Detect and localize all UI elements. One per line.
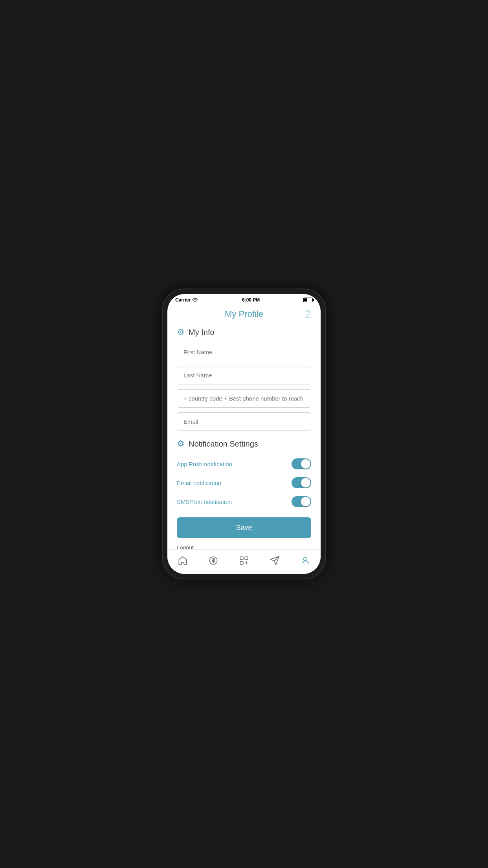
phone-input[interactable] — [177, 389, 311, 408]
sms-notification-toggle[interactable] — [292, 496, 311, 507]
email-input[interactable] — [177, 412, 311, 431]
my-info-section-header: ⚙ My Info — [177, 327, 311, 337]
nav-money[interactable] — [205, 554, 222, 568]
battery-icon — [303, 298, 313, 302]
exchange-icon — [238, 555, 250, 566]
carrier-text: Carrier — [175, 297, 191, 303]
push-notification-label: App Push notification — [177, 461, 232, 467]
profile-icon — [300, 555, 311, 566]
email-notification-label: Email notification — [177, 480, 221, 486]
email-notification-item: Email notification — [177, 473, 311, 492]
my-info-title: My Info — [189, 328, 215, 337]
money-icon — [208, 555, 219, 566]
wifi-icon — [192, 298, 198, 302]
status-bar: Carrier 6:00 PM — [167, 294, 321, 304]
save-button[interactable]: Save — [177, 517, 311, 538]
send-icon — [269, 555, 280, 566]
email-notification-toggle[interactable] — [292, 477, 311, 488]
push-notification-item: App Push notification — [177, 454, 311, 473]
notification-section: ⚙ Notification Settings App Push notific… — [177, 439, 311, 511]
email-toggle-knob — [301, 478, 310, 487]
page-header: My Profile 2 — [177, 304, 311, 326]
nav-exchange[interactable] — [235, 554, 253, 568]
svg-point-5 — [304, 557, 307, 561]
home-icon — [177, 555, 188, 566]
sms-notification-item: SMS/Text notification — [177, 492, 311, 511]
svg-point-0 — [195, 302, 196, 302]
logout-link[interactable]: Logout — [177, 543, 311, 549]
status-time: 6:00 PM — [242, 297, 260, 303]
last-name-input[interactable] — [177, 366, 311, 384]
my-info-gear-icon: ⚙ — [177, 327, 185, 337]
svg-rect-4 — [240, 561, 243, 565]
main-content: My Profile 2 ⚙ My Info ⚙ Notification Se… — [167, 304, 321, 549]
svg-rect-3 — [245, 557, 248, 560]
push-toggle-knob — [301, 459, 310, 469]
notifications-section-header: ⚙ Notification Settings — [177, 439, 311, 449]
sms-notification-label: SMS/Text notification — [177, 498, 232, 505]
battery-indicator — [303, 298, 313, 302]
battery-fill — [304, 298, 307, 302]
notifications-title: Notification Settings — [189, 440, 258, 449]
carrier-info: Carrier — [175, 297, 198, 303]
notifications-gear-icon: ⚙ — [177, 439, 185, 449]
phone-frame: Carrier 6:00 PM My Profile 2 — [163, 289, 325, 579]
nav-home[interactable] — [174, 554, 191, 568]
page-title: My Profile — [225, 309, 263, 319]
push-notification-toggle[interactable] — [292, 458, 311, 469]
first-name-input[interactable] — [177, 343, 311, 361]
sms-toggle-knob — [301, 497, 310, 506]
svg-rect-2 — [240, 557, 243, 560]
nav-profile[interactable] — [297, 554, 314, 568]
nav-send[interactable] — [266, 554, 283, 568]
bottom-navigation — [167, 549, 321, 574]
phone-screen: Carrier 6:00 PM My Profile 2 — [167, 294, 321, 574]
page-badge: 2 — [305, 308, 311, 320]
